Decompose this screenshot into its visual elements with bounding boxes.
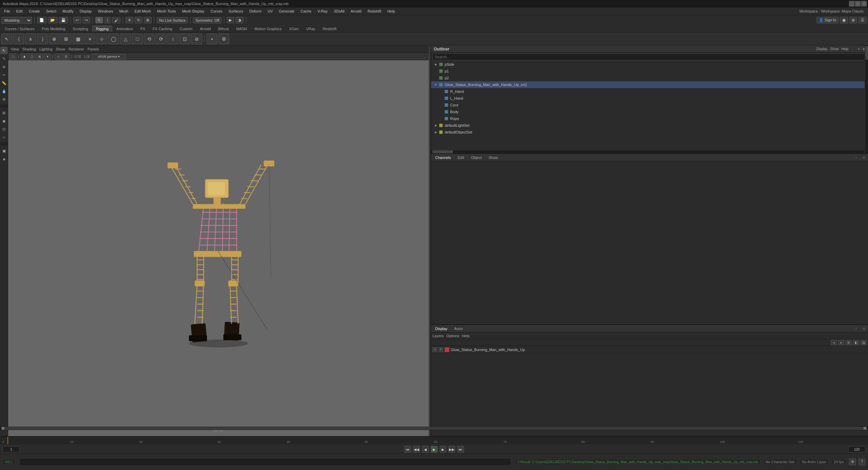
layer-ctrl-2[interactable]: ▸ xyxy=(838,340,844,345)
shelf-tool-11[interactable]: △ xyxy=(120,34,131,44)
viewport[interactable]: View Shading Lighting Show Renderer Pane… xyxy=(8,45,429,436)
lasso-tool-button[interactable]: ⟨ xyxy=(104,17,111,23)
menu-create[interactable]: Create xyxy=(26,8,43,14)
shelf-tab-bifrost[interactable]: Bifrost xyxy=(215,26,232,32)
outliner-menu-help[interactable]: Help xyxy=(842,47,849,51)
shelf-tab-rigging[interactable]: Rigging xyxy=(92,26,112,32)
menu-redshift[interactable]: Redshift xyxy=(365,8,384,14)
layout-options-button[interactable]: ☰ xyxy=(859,17,867,23)
menu-deform[interactable]: Deform xyxy=(247,8,264,14)
channel-box-tab-show[interactable]: Show xyxy=(487,155,499,160)
vp-menu-shading[interactable]: Shading xyxy=(22,47,36,51)
render-view-tool[interactable]: ◈ xyxy=(0,155,8,163)
select-tool-button[interactable]: ↖ xyxy=(95,17,103,23)
layout-single-button[interactable]: ▣ xyxy=(840,17,848,23)
command-input[interactable] xyxy=(19,458,511,466)
menu-edit[interactable]: Edit xyxy=(14,8,25,14)
shelf-tab-fx-caching[interactable]: FX Caching xyxy=(149,26,175,32)
layer-tab-anim[interactable]: Anim xyxy=(453,326,464,331)
rotate-tool-button[interactable]: ↻ xyxy=(135,17,142,23)
open-file-button[interactable]: 📂 xyxy=(48,17,57,23)
status-settings-btn[interactable]: ⚙ xyxy=(849,458,856,465)
shelf-tab-mash[interactable]: MASH xyxy=(233,26,250,32)
expand-icon-lightset[interactable]: ▶ xyxy=(434,123,438,127)
shelf-tool-5[interactable]: ⊕ xyxy=(49,34,60,44)
shelf-tab-curves-surfaces[interactable]: Curves / Surfaces xyxy=(1,26,38,32)
vp-menu-renderer[interactable]: Renderer xyxy=(69,47,84,51)
layer-ctrl-1[interactable]: ◂ xyxy=(831,340,837,345)
outliner-hscroll-thumb[interactable] xyxy=(432,150,453,153)
cut-tool[interactable]: ✂ xyxy=(0,71,8,79)
expand-icon-main[interactable]: ▼ xyxy=(434,83,438,87)
sculpt-tool[interactable]: ⊕ xyxy=(0,63,8,70)
measure-tool[interactable]: 📏 xyxy=(0,79,8,87)
vp-menu-panels[interactable]: Panels xyxy=(88,47,99,51)
layer-expand-icon[interactable]: ⊞ xyxy=(863,327,865,330)
shelf-tab-arnold[interactable]: Arnold xyxy=(196,26,214,32)
shelf-tool-12[interactable]: □ xyxy=(132,34,143,44)
channel-box-close-icon[interactable]: × xyxy=(855,156,857,159)
layer-row-main[interactable]: V P Glow_Statue_Burning_Man_with_Hands_U… xyxy=(431,346,868,353)
vp-menu-lighting[interactable]: Lighting xyxy=(39,47,53,51)
outliner-menu-display[interactable]: Display xyxy=(816,47,828,51)
layout-quad-button[interactable]: ⊞ xyxy=(849,17,857,23)
range-slider[interactable] xyxy=(1,427,867,430)
outliner-close-icon[interactable]: × xyxy=(858,47,860,51)
channel-box-tab-object[interactable]: Object xyxy=(469,155,483,160)
channel-box-expand-icon[interactable]: ⊞ xyxy=(863,156,865,159)
shelf-tab-poly-modeling[interactable]: Poly Modeling xyxy=(38,26,69,32)
timeline-start-field[interactable] xyxy=(3,446,20,452)
no-live-surface-button[interactable]: No Live Surface xyxy=(157,17,188,23)
menu-uv[interactable]: UV xyxy=(265,8,275,14)
menu-display[interactable]: Display xyxy=(77,8,95,14)
shelf-tool-4[interactable]: ⟩ xyxy=(37,34,48,44)
vp-icon-grid[interactable]: ⊹ xyxy=(55,54,62,60)
outliner-item-main-group[interactable]: ▼ Glow_Statue_Burning_Man_with_Hands_Up_… xyxy=(431,81,868,88)
shelf-tool-2[interactable]: ⟨ xyxy=(13,34,24,44)
paint-tool[interactable]: ✎ xyxy=(0,55,8,62)
step-fwd-button[interactable]: ▶▶ xyxy=(448,446,455,453)
step-back-button[interactable]: ◀◀ xyxy=(413,446,420,453)
outliner-item-lhand[interactable]: L_Hand xyxy=(431,95,868,102)
snap-tool[interactable]: ⊡ xyxy=(0,125,8,133)
layer-menu-help[interactable]: Help xyxy=(462,334,470,338)
maximize-button[interactable]: □ xyxy=(855,1,861,6)
vp-icon-texture[interactable]: ⊞ xyxy=(36,54,43,60)
layer-ctrl-3[interactable]: ⊞ xyxy=(846,340,852,345)
menu-edit-mesh[interactable]: Edit Mesh xyxy=(132,8,154,14)
expand-icon-p1[interactable] xyxy=(434,69,438,73)
menu-mesh-display[interactable]: Mesh Display xyxy=(179,8,207,14)
outliner-item-body[interactable]: Body xyxy=(431,108,868,115)
shelf-tool-10[interactable]: ◯ xyxy=(108,34,119,44)
timeline-ruler[interactable]: 0 10 20 30 40 50 60 70 80 90 100 110 xyxy=(0,437,868,444)
scale-tool-button[interactable]: ⊞ xyxy=(144,17,152,23)
close-button[interactable]: × xyxy=(861,1,867,6)
outliner-item-defaultlightset[interactable]: ▶ defaultLightSet xyxy=(431,122,868,129)
render-button[interactable]: ▶ xyxy=(227,17,234,23)
no-anim-layer[interactable]: No Anim Layer xyxy=(799,459,829,465)
expand-icon[interactable]: ▶ xyxy=(434,62,438,66)
shelf-tab-fx[interactable]: FX xyxy=(137,26,149,32)
shelf-tool-15[interactable]: ↕ xyxy=(168,34,178,44)
shelf-tool-13[interactable]: ⟲ xyxy=(144,34,155,44)
shelf-tab-animation[interactable]: Animation xyxy=(113,26,136,32)
shelf-tool-14[interactable]: ⟳ xyxy=(156,34,167,44)
vp-colorspace[interactable]: sRGB gamma ▾ xyxy=(92,54,126,59)
prev-frame-button[interactable]: ◀ xyxy=(422,446,429,453)
shelf-tool-9[interactable]: ⊹ xyxy=(96,34,107,44)
outliner-item-pside[interactable]: ▶ pSide xyxy=(431,61,868,68)
vp-menu-show[interactable]: Show xyxy=(56,47,65,51)
menu-3dsall[interactable]: 3DsAll xyxy=(331,8,347,14)
shelf-tool-settings[interactable]: ⚙ xyxy=(218,34,229,44)
grid-tool[interactable]: ⊹ xyxy=(0,134,8,141)
status-help-btn[interactable]: ? xyxy=(859,458,865,465)
ipr-button[interactable]: ◑ xyxy=(235,17,244,23)
vp-icon-wire[interactable]: ⬡ xyxy=(28,54,35,60)
shelf-tab-redshift[interactable]: Redshift xyxy=(319,26,340,32)
outliner-item-rhand[interactable]: R_Hand xyxy=(431,88,868,95)
layer-ctrl-5[interactable]: ▤ xyxy=(861,340,867,345)
redo-button[interactable]: ↪ xyxy=(82,17,90,23)
timeline-end-field[interactable] xyxy=(848,446,865,452)
outliner-item-cord[interactable]: Cord xyxy=(431,102,868,108)
menu-cache[interactable]: Cache xyxy=(298,8,314,14)
